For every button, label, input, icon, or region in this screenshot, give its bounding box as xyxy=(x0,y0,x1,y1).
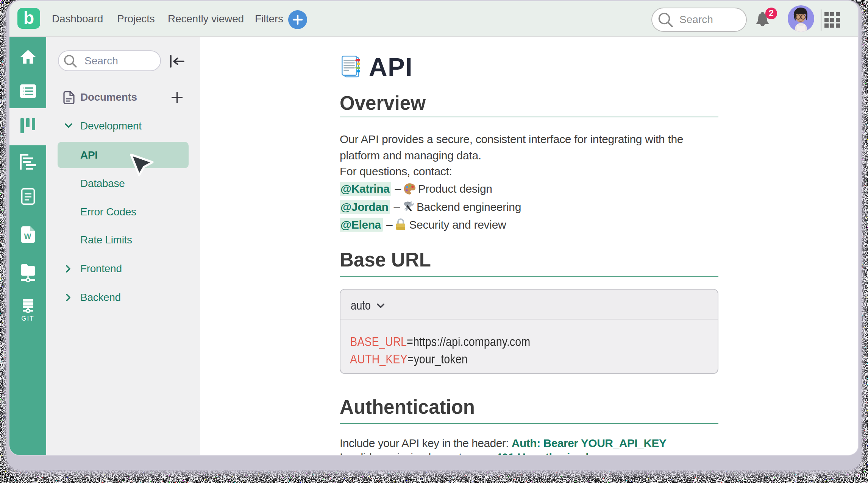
svg-text:W: W xyxy=(24,232,31,240)
